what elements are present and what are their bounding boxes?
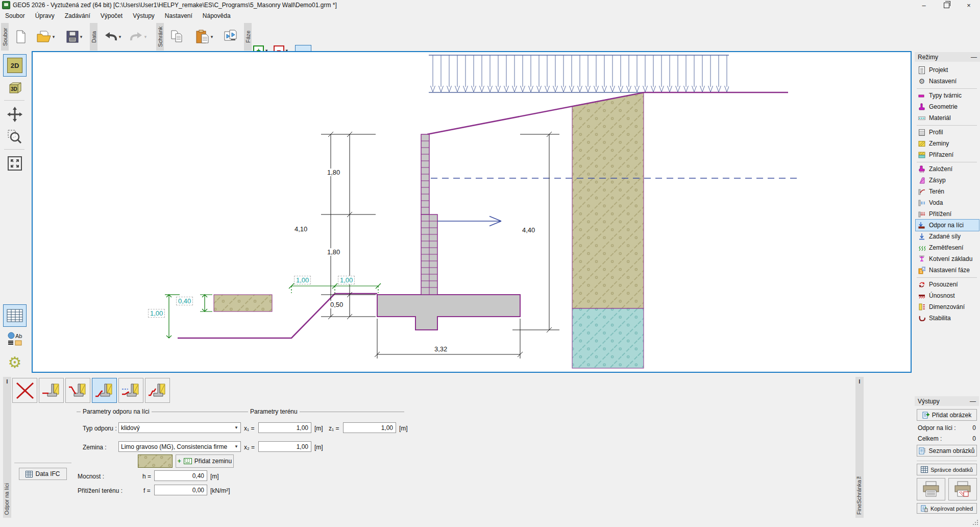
save-button[interactable]: ▾ (60, 23, 88, 50)
frame-left-strip[interactable]: I Odpor na líci (3, 377, 11, 518)
sidebar-item-teren[interactable]: Terén (916, 186, 979, 197)
fineschranka-label: FineSchránka™ (856, 474, 862, 515)
sidebar-item-unosnost[interactable]: Únosnost (916, 290, 979, 301)
sidebar-item-posouzeni[interactable]: Posouzení (916, 279, 979, 290)
profile-table-icon (918, 129, 926, 136)
sidebar-item-nastaveni[interactable]: ⚙ Nastavení (916, 76, 979, 87)
copy-button[interactable] (166, 23, 188, 50)
add-picture-button[interactable]: Přidat obrázek (917, 409, 977, 421)
outputs-collapse-button[interactable]: — (970, 398, 976, 405)
scheme-berm-button[interactable] (145, 378, 170, 403)
sidebar-item-zadane-sily[interactable]: Zadané síly (916, 231, 979, 242)
sidebar-item-zemetreseni[interactable]: Zemětřesení (916, 242, 979, 253)
plus-icon: + (178, 458, 181, 465)
sidebar-item-prirazeni[interactable]: Přiřazení (916, 149, 979, 160)
sidebar-item-geometrie[interactable]: Geometrie (916, 101, 979, 112)
open-file-button[interactable]: ▾ (32, 23, 59, 50)
dim-front-depth[interactable]: 1,00 (148, 309, 165, 318)
splitter-grip[interactable]: I (3, 379, 11, 385)
sidebar-item-zeminy[interactable]: Zeminy (916, 138, 979, 149)
sidebar-item-voda[interactable]: Voda (916, 197, 979, 208)
outputs-title: Výstupy (918, 398, 940, 405)
drawing-canvas[interactable]: 1,80 4,10 1,80 0,50 3,32 4,40 1,00 0,40 … (32, 51, 912, 373)
window-title: GEO5 2026 - Vyztužená zeď (64 bit) [C:\U… (13, 2, 337, 9)
compare-views-button[interactable] (219, 23, 242, 50)
z1-field[interactable]: 1,00 (343, 422, 396, 433)
menu-vypocet[interactable]: Výpočet (95, 11, 128, 20)
sidebar-item-stabilita[interactable]: Stabilita (916, 313, 979, 324)
x1-field[interactable]: 1,00 (258, 422, 311, 433)
fineschranka-strip[interactable]: I FineSchránka™ (855, 377, 864, 518)
scheme-slope-up-button[interactable] (92, 378, 117, 403)
base-anchorage-icon (918, 255, 926, 263)
menu-napoveda[interactable]: Nápověda (198, 11, 236, 20)
dim-x2[interactable]: 1,00 (338, 276, 355, 284)
soil-select[interactable]: Limo gravoso (MG), Consistencia firme ▼ (118, 441, 241, 452)
menu-upravy[interactable]: Úpravy (30, 11, 60, 20)
surcharge-field[interactable]: 0,00 (154, 485, 207, 495)
fit-view-icon (7, 156, 22, 171)
resistance-type-select[interactable]: klidový ▼ (118, 422, 241, 433)
print-picture-button[interactable] (948, 478, 977, 500)
sidebar-item-nastaveni-faze[interactable]: 12 Nastavení fáze (916, 265, 979, 276)
open-dropdown[interactable]: ▾ (53, 34, 55, 39)
close-button[interactable]: × (958, 0, 980, 10)
settings-view-button[interactable]: ⚙ (3, 351, 27, 374)
addon-manager-button[interactable]: Správce dodatků (917, 464, 977, 475)
ifc-divider (14, 463, 71, 463)
annotation-button[interactable]: Ab (3, 328, 27, 350)
pan-tool-button[interactable] (3, 103, 27, 126)
sidebar-item-zalozeni[interactable]: Založení (916, 163, 979, 175)
sidebar-item-profil[interactable]: Profil (916, 127, 979, 138)
picture-list-button[interactable]: Seznam obrázků (917, 445, 977, 457)
undo-dropdown[interactable]: ▾ (119, 34, 121, 39)
scheme-slope-down-button[interactable] (65, 378, 90, 403)
sidebar-item-projekt[interactable]: Projekt (916, 64, 979, 76)
menu-nastaveni[interactable]: Nastavení (160, 11, 198, 20)
copy-view-button[interactable]: Kopírovat pohled (917, 503, 977, 514)
undo-button[interactable]: ▾ (100, 23, 125, 50)
splitter-grip[interactable]: I (855, 379, 864, 385)
sidebar-item-pritizeni[interactable]: Přitížení (916, 208, 979, 220)
dim-x1[interactable]: 1,00 (294, 276, 311, 284)
sidebar-item-odpor-na-lici[interactable]: Odpor na líci (916, 220, 979, 231)
menu-soubor[interactable]: Soubor (0, 11, 30, 20)
menu-vystupy[interactable]: Výstupy (128, 11, 160, 20)
sidebar-item-typy-tvarnic[interactable]: Typy tvárnic (916, 90, 979, 101)
sidebar-item-zasyp[interactable]: Zásyp (916, 175, 979, 186)
redo-button[interactable]: ▾ (126, 23, 150, 50)
main-toolbar: Soubor ▾ ▾ Data (0, 21, 980, 52)
gear-icon: ⚙ (918, 78, 926, 85)
view-2d-button[interactable]: 2D (3, 54, 27, 77)
scheme-water-button[interactable] (118, 378, 143, 403)
thickness-field[interactable]: 0,40 (154, 470, 207, 481)
save-dropdown[interactable]: ▾ (80, 34, 83, 39)
scheme-flat-button[interactable] (39, 378, 64, 403)
data-ifc-button[interactable]: Data IFC (19, 468, 67, 480)
paste-dropdown[interactable]: ▾ (211, 34, 213, 39)
resize-grip[interactable] (973, 520, 978, 525)
zoom-tool-button[interactable] (3, 126, 27, 148)
sidebar-item-material[interactable]: Materiál (916, 112, 979, 124)
minimize-button[interactable]: – (913, 0, 935, 10)
modes-collapse-button[interactable]: — (971, 54, 977, 61)
scheme-none-button[interactable] (12, 378, 37, 403)
new-file-button[interactable] (11, 23, 31, 50)
x2-field[interactable]: 1,00 (258, 441, 311, 452)
modes-panel-header: Režimy — (915, 52, 980, 62)
table-view-button[interactable] (3, 304, 27, 327)
paste-button[interactable]: ▾ (190, 23, 218, 50)
terrain-group-title: Parametry terénu (248, 408, 300, 415)
sidebar-item-kotveni-zakladu[interactable]: Kotvení základu (916, 253, 979, 265)
dim-layer-thickness[interactable]: 0,40 (176, 297, 193, 305)
menu-zadavani[interactable]: Zadávání (60, 11, 95, 20)
printer-icon (922, 481, 940, 497)
sidebar-item-dimenzovani[interactable]: Dimenzování (916, 301, 979, 313)
view-3d-button[interactable]: 3D (3, 77, 27, 99)
print-document-button[interactable] (917, 478, 945, 500)
restore-button[interactable] (935, 0, 958, 10)
verification-icon (918, 281, 926, 289)
fit-view-button[interactable] (3, 152, 27, 175)
document-icon (918, 66, 926, 74)
add-soil-button[interactable]: + Přidat zeminu (176, 454, 234, 468)
